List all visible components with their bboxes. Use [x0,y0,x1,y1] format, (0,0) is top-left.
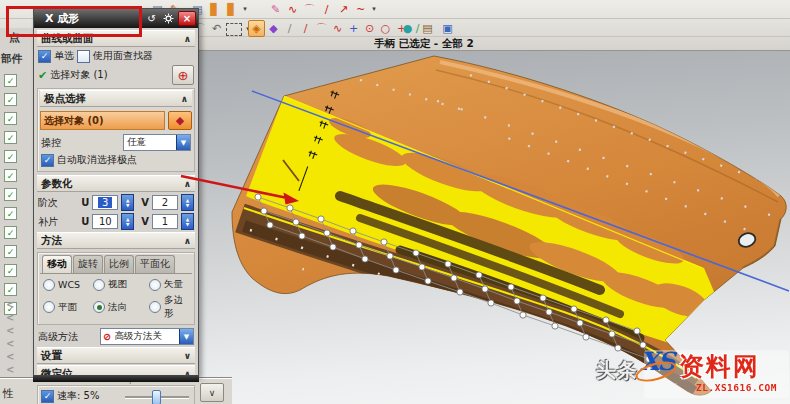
feature-checkbox[interactable]: ✓ [4,283,17,296]
tab-move[interactable]: 移动 [42,255,72,273]
feature-checkbox[interactable]: ✓ [4,207,17,220]
xform-dialog: X 成形 ↺ × 曲线或曲面 ∧ ✓ 单选 使用面查找器 ✔ 选择对象 (1) [33,8,199,376]
select-poles-row[interactable]: 选择对象 (0) [40,111,165,130]
curve-tool-icon-4[interactable]: ↗ [336,2,351,17]
advanced-method-dropdown[interactable]: ⊘ 高级方法关 ▼ [100,328,194,345]
information-window-icon[interactable]: ▤ [420,21,435,36]
section-parameterization[interactable]: 参数化 ∧ [37,175,195,192]
radio-normal[interactable]: 法向 [93,294,149,320]
rate-slider[interactable] [125,390,189,403]
snap-center-icon[interactable]: ⊙ [362,21,377,36]
select-object-label: 选择对象 (1) [50,68,107,82]
advanced-method-label: 高级方法 [38,330,78,344]
tab-rotate[interactable]: 旋转 [73,255,103,273]
revolve-icon[interactable]: ▊ [207,2,222,17]
face-finder-checkbox[interactable] [77,50,90,63]
studio-spline-icon[interactable]: ✎ [268,2,283,17]
panel-text-fragment-part: 部件 [1,52,22,66]
more-arrow-icon[interactable]: ▾ [241,2,249,17]
panel-collapse-button[interactable]: ∨ [200,383,224,402]
curve-tool-icon-2[interactable]: ⌒ [302,2,317,17]
section-settings[interactable]: 设置 ∨ [37,347,195,364]
feature-checkbox[interactable]: ✓ [4,74,17,87]
auto-deselect-checkbox[interactable]: ✓ [41,154,54,167]
no-symbol-icon: ⊘ [101,331,111,342]
section-micro-positioning[interactable]: 微定位 ∧ [37,365,195,382]
curve-feature-icon[interactable]: < [6,326,14,336]
more-arrow-icon[interactable]: ▾ [370,2,378,17]
snap-point-toggle-icon[interactable]: ◈ [248,20,265,37]
face-analysis-icon[interactable]: ● [400,21,415,36]
section-method[interactable]: 方法 ∧ [37,232,195,249]
feature-checkbox[interactable]: ✓ [4,226,17,239]
snap-endpoint-icon[interactable]: / [282,21,297,36]
curve-feature-icon[interactable]: < [6,365,14,375]
radio-plane[interactable]: 平面 [43,294,93,320]
feature-checkbox[interactable]: ✓ [4,112,17,125]
patches-label: 补片 [38,215,58,229]
single-select-checkbox[interactable]: ✓ [38,50,51,63]
degree-label: 阶次 [38,196,58,210]
radio-vector[interactable]: 矢量 [149,278,189,291]
curve-feature-icon[interactable]: < [6,300,14,310]
fillet-tool-icon[interactable]: ↶ [209,21,224,36]
snap-quadrant-icon[interactable]: ○ [378,21,393,36]
tab-scale[interactable]: 比例 [104,255,134,273]
snap-spline-point-icon[interactable]: ∿ [330,21,345,36]
patches-u-field[interactable]: 10 [92,214,118,229]
feature-checkbox[interactable]: ✓ [4,150,17,163]
solid-view-icon[interactable]: ▣ [440,21,455,36]
feature-checkbox[interactable]: ✓ [4,93,17,106]
method-radios: WCS 视图 矢量 平面 法向 多边形 [40,274,192,322]
gear-icon[interactable] [161,12,176,25]
snap-midpoint-icon[interactable]: / [298,21,313,36]
snap-modes-icon[interactable]: ◆ [266,21,281,36]
micro-positioning-group: ✓ 速率: 5% 步长值 1.0000 − + [37,385,195,404]
tab-planarize[interactable]: 平面化 [135,255,175,273]
radio-view[interactable]: 视图 [93,278,149,291]
pole-select-button[interactable]: ◆ [168,111,192,130]
rate-checkbox[interactable]: ✓ [41,390,54,403]
feature-checkbox[interactable]: ✓ [4,188,17,201]
curve-tool-icon-1[interactable]: ∿ [285,2,300,17]
select-object-button[interactable]: ⊕ [172,65,194,85]
curve-feature-icon[interactable]: < [6,313,14,323]
extrude-icon[interactable]: ▊ [224,2,239,17]
manipulation-dropdown[interactable]: 任意 ▼ [123,134,191,151]
chevron-down-icon[interactable]: ▼ [179,329,193,344]
curve-feature-icon[interactable]: < [6,352,14,362]
rectangle-select-icon[interactable] [226,23,242,36]
degree-u-spinner[interactable]: ▲▼ [121,194,134,211]
feature-checkbox[interactable]: ✓ [4,264,17,277]
feature-checkbox[interactable]: ✓ [4,245,17,258]
manipulation-label: 操控 [41,136,61,150]
close-icon[interactable]: × [178,11,196,26]
degree-v-spinner[interactable]: ▲▼ [181,194,194,211]
chevron-down-icon[interactable]: ▼ [176,135,190,150]
radio-wcs[interactable]: WCS [43,278,93,291]
section-pole-selection[interactable]: 极点选择 ∧ [40,90,192,107]
feature-tree-checkboxes: ✓ ✓ ✓ ✓ ✓ ✓ ✓ ✓ ✓ ✓ ✓ ✓ ✓ [4,74,17,315]
patches-v-spinner[interactable]: ▲▼ [181,213,194,230]
method-tabs: 移动 旋转 比例 平面化 [40,253,192,274]
radio-polygon[interactable]: 多边形 [149,294,189,320]
watermark: 头条 XS 资料网 ZL.XS1616.COM [594,346,790,402]
face-finder-label: 使用面查找器 [93,49,153,63]
snap-arc-center-icon[interactable]: ⌒ [314,21,329,36]
slider-thumb[interactable] [152,390,161,404]
nx-application-window: ▤ ✎ ▤ ▊ ▊ ▾ ✎ ∿ ⌒ / ↗ ~ ▾ ⌒ ↶ ▾ ◈ ◆ [0,0,790,404]
curve-tool-icon-3[interactable]: / [319,2,334,17]
watermark-prefix: 头条 [596,357,638,384]
reset-icon[interactable]: ↺ [144,12,159,25]
part-navigator-panel: 点 部件 ✓ ✓ ✓ ✓ ✓ ✓ ✓ ✓ ✓ ✓ ✓ ✓ ✓ < < < < <… [0,28,34,404]
degree-u-field[interactable]: 3 [92,195,118,210]
curve-feature-icon[interactable]: < [6,339,14,349]
snap-intersection-icon[interactable]: + [346,21,361,36]
feature-checkbox[interactable]: ✓ [4,131,17,144]
feature-checkbox[interactable]: ✓ [4,169,17,182]
patches-u-spinner[interactable]: ▲▼ [121,213,134,230]
selection-ok-icon: ✔ [38,69,47,82]
patches-v-field[interactable]: 1 [152,214,178,229]
degree-v-field[interactable]: 2 [152,195,178,210]
curve-tool-icon-5[interactable]: ~ [353,2,368,17]
